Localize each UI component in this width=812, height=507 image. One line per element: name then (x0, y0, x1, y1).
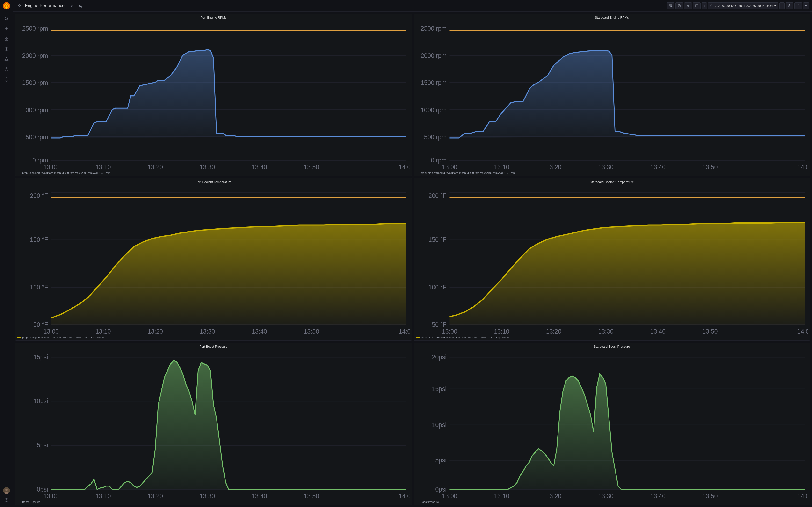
svg-text:0psi: 0psi (37, 485, 48, 493)
svg-text:13:20: 13:20 (148, 328, 163, 335)
svg-point-15 (5, 47, 8, 51)
explore-nav-icon[interactable] (2, 45, 11, 53)
svg-text:5psi: 5psi (37, 441, 48, 449)
svg-text:14:00: 14:00 (399, 163, 409, 171)
page-title: Engine Performance (25, 3, 64, 8)
svg-text:15psi: 15psi (432, 385, 447, 393)
svg-point-19 (6, 68, 7, 70)
panel-starboard-rpm: Starboard Engine RPMs 2500 rpm 2000 rpm … (414, 13, 810, 176)
refresh-button[interactable] (794, 2, 802, 9)
svg-text:10psi: 10psi (432, 421, 447, 429)
dashboard-nav-icon[interactable] (2, 35, 11, 43)
svg-point-16 (6, 49, 7, 50)
help-nav-icon[interactable] (2, 496, 11, 504)
time-range-dropdown-icon: ▾ (774, 4, 776, 7)
alert-nav-icon[interactable] (2, 55, 11, 63)
svg-line-8 (7, 19, 8, 20)
svg-text:13:30: 13:30 (598, 492, 613, 500)
panel-starboard-rpm-legend: propulsion.starboard.revolutions.mean Mi… (414, 170, 810, 176)
chart-port-boost: 15psi 10psi 5psi 0psi 13:00 13:10 13:20 … (15, 349, 412, 500)
refresh-interval-button[interactable]: ▾ (803, 2, 809, 9)
panel-starboard-boost: Starboard Boost Pressure 20psi 15psi 10p… (414, 343, 810, 505)
svg-text:13:00: 13:00 (44, 492, 59, 500)
time-forward-button[interactable]: › (779, 2, 785, 9)
svg-text:200 °F: 200 °F (30, 192, 48, 200)
share-icon[interactable] (77, 2, 84, 9)
svg-text:1000 rpm: 1000 rpm (420, 106, 446, 114)
panel-port-boost-title: Port Boost Pressure (15, 343, 412, 349)
svg-text:13:50: 13:50 (304, 492, 319, 500)
save-dashboard-button[interactable] (675, 2, 683, 9)
svg-text:150 °F: 150 °F (428, 236, 446, 243)
svg-text:500 rpm: 500 rpm (26, 133, 48, 141)
add-nav-icon[interactable] (2, 24, 11, 33)
panel-starboard-rpm-title: Starboard Engine RPMs (414, 14, 810, 20)
tv-mode-button[interactable] (693, 2, 701, 9)
svg-text:13:50: 13:50 (702, 328, 717, 335)
panel-starboard-coolant-legend: propulsion.starboard.temperature.mean Mi… (414, 335, 810, 340)
svg-line-49 (790, 6, 791, 7)
time-range-picker[interactable]: 2020-07-30 12:51:38 to 2020-07-30 14:00:… (708, 2, 778, 9)
svg-text:13:20: 13:20 (546, 492, 561, 500)
svg-text:2500 rpm: 2500 rpm (420, 24, 446, 32)
svg-rect-40 (678, 5, 679, 5)
svg-text:14:00: 14:00 (797, 163, 808, 171)
svg-text:13:00: 13:00 (44, 163, 59, 171)
svg-text:13:30: 13:30 (598, 328, 613, 335)
svg-point-24 (6, 501, 7, 501)
svg-rect-11 (5, 37, 6, 39)
svg-text:0psi: 0psi (435, 485, 446, 493)
time-back-button[interactable]: ‹ (702, 2, 707, 9)
svg-rect-14 (7, 39, 8, 41)
time-range-label: 2020-07-30 12:51:38 to 2020-07-30 14:00:… (715, 4, 773, 7)
add-panel-button[interactable] (667, 2, 674, 9)
svg-rect-25 (18, 4, 19, 5)
svg-text:13:00: 13:00 (44, 328, 59, 335)
legend-text-port-coolant: propulsion.port.temperature.mean Min: 75… (22, 336, 105, 339)
svg-text:14:00: 14:00 (797, 328, 808, 335)
panel-starboard-boost-legend: Boost Pressure (414, 500, 810, 505)
sidebar (0, 0, 13, 507)
svg-text:10psi: 10psi (33, 397, 48, 405)
svg-text:13:30: 13:30 (200, 492, 215, 500)
chart-port-coolant: 200 °F 150 °F 100 °F 50 °F 13:00 13:10 1… (15, 185, 412, 335)
legend-text-starboard-rpm: propulsion.starboard.revolutions.mean Mi… (421, 171, 515, 174)
svg-rect-35 (671, 4, 672, 6)
shield-nav-icon[interactable] (2, 75, 11, 84)
main-content: Engine Performance ★ (13, 0, 812, 507)
svg-text:50 °F: 50 °F (432, 321, 446, 329)
svg-line-33 (80, 6, 81, 6)
favorite-icon[interactable]: ★ (68, 2, 75, 9)
legend-color-starboard-boost (416, 502, 420, 502)
svg-point-31 (81, 6, 82, 7)
svg-rect-26 (19, 4, 21, 5)
chart-port-rpm: 2500 rpm 2000 rpm 1500 rpm 1000 rpm 500 … (15, 20, 412, 170)
svg-text:100 °F: 100 °F (30, 283, 48, 291)
svg-text:14:00: 14:00 (797, 492, 808, 500)
svg-text:0 rpm: 0 rpm (430, 156, 446, 164)
user-avatar[interactable] (3, 487, 10, 494)
grafana-logo[interactable] (3, 2, 10, 10)
panel-port-coolant: Port Coolant Temperature 200 °F 150 °F 1… (15, 178, 412, 340)
svg-text:14:00: 14:00 (399, 328, 409, 335)
dashboard-settings-button[interactable] (684, 2, 692, 9)
search-nav-icon[interactable] (2, 14, 11, 23)
svg-rect-42 (695, 5, 698, 7)
legend-color-starboard-coolant (416, 337, 420, 338)
svg-text:50 °F: 50 °F (33, 321, 48, 329)
dashboard-grid-icon[interactable] (16, 2, 23, 9)
svg-rect-27 (18, 6, 19, 7)
settings-nav-icon[interactable] (2, 65, 11, 74)
svg-text:14:00: 14:00 (399, 492, 409, 500)
svg-text:13:30: 13:30 (200, 163, 215, 171)
svg-text:1500 rpm: 1500 rpm (22, 79, 48, 87)
topbar: Engine Performance ★ (13, 0, 812, 12)
svg-text:20psi: 20psi (432, 353, 447, 361)
svg-text:13:10: 13:10 (95, 328, 111, 335)
svg-line-32 (80, 5, 81, 6)
svg-text:13:40: 13:40 (650, 328, 665, 335)
legend-text-starboard-coolant: propulsion.starboard.temperature.mean Mi… (421, 336, 510, 339)
svg-text:13:10: 13:10 (494, 163, 509, 171)
zoom-out-button[interactable] (785, 2, 794, 9)
svg-text:13:10: 13:10 (95, 163, 111, 171)
